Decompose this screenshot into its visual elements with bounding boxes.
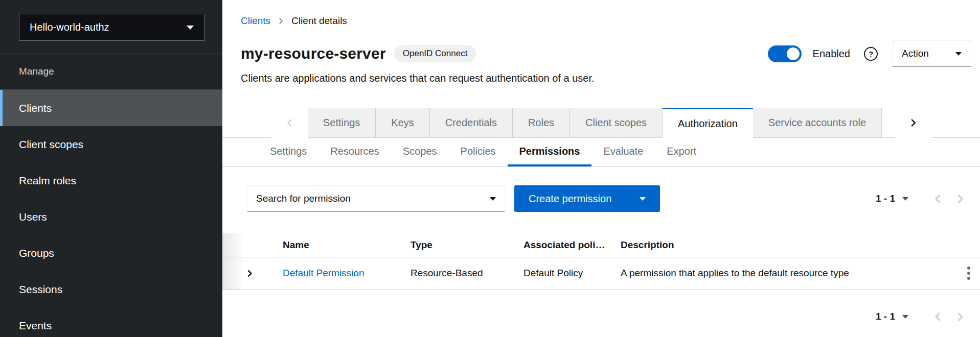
breadcrumb-separator-icon <box>278 18 284 25</box>
sidebar-item-users[interactable]: Users <box>0 199 222 235</box>
toggle-knob <box>787 47 800 60</box>
previous-page-button[interactable] <box>926 305 949 328</box>
sidebar-item-client-scopes[interactable]: Client scopes <box>0 126 222 162</box>
realm-name: Hello-world-authz <box>30 21 109 33</box>
tabs-scroll-right-button[interactable] <box>895 108 931 138</box>
tab-roles[interactable]: Roles <box>513 108 570 138</box>
pagination-menu-toggle[interactable]: 1 - 1 <box>876 311 908 322</box>
search-permission-dropdown[interactable]: Search for permission <box>247 185 505 212</box>
pagination-bottom: 1 - 1 <box>876 305 971 328</box>
subtab-list: SettingsResourcesScopesPoliciesPermissio… <box>258 138 708 166</box>
subtab-scopes[interactable]: Scopes <box>391 138 449 166</box>
create-permission-label: Create permission <box>529 193 611 205</box>
authorization-subtabs: SettingsResourcesScopesPoliciesPermissio… <box>222 138 980 167</box>
main-content: Clients Client details my-resource-serve… <box>222 0 980 337</box>
next-page-button[interactable] <box>949 187 971 210</box>
nav-section-manage: Manage <box>0 54 222 90</box>
kebab-menu-icon[interactable] <box>965 263 972 283</box>
expand-row-button[interactable] <box>246 270 254 277</box>
permissions-toolbar: Search for permission Create permission … <box>222 185 980 212</box>
permission-name-link[interactable]: Default Permission <box>283 268 364 278</box>
chevron-down-icon <box>902 197 908 201</box>
subtab-evaluate[interactable]: Evaluate <box>591 138 655 166</box>
help-icon[interactable]: ? <box>864 47 878 61</box>
tab-credentials[interactable]: Credentials <box>430 108 513 138</box>
table-header-row: Name Type Associated poli… Description <box>222 233 980 257</box>
pagination-range: 1 - 1 <box>876 311 895 322</box>
page-title: my-resource-server <box>241 45 386 62</box>
chevron-down-icon <box>955 52 962 56</box>
tab-authorization[interactable]: Authorization <box>663 108 753 138</box>
breadcrumb: Clients Client details <box>222 0 980 27</box>
action-dropdown[interactable]: Action <box>892 40 971 67</box>
next-page-button[interactable] <box>949 305 971 328</box>
protocol-badge: OpenID Connect <box>394 45 476 62</box>
column-header-type: Type <box>399 239 512 251</box>
create-permission-button[interactable]: Create permission <box>514 185 660 212</box>
subtab-export[interactable]: Export <box>655 138 708 166</box>
tabs-scroll-left-button[interactable] <box>271 108 308 138</box>
sidebar-item-groups[interactable]: Groups <box>0 235 222 271</box>
tab-client-scopes[interactable]: Client scopes <box>570 108 663 138</box>
chevron-down-icon <box>490 197 496 201</box>
pagination-top: 1 - 1 <box>876 187 971 210</box>
subtab-policies[interactable]: Policies <box>449 138 508 166</box>
pagination-menu-toggle[interactable]: 1 - 1 <box>876 193 908 204</box>
table-body: Default PermissionResource-BasedDefault … <box>222 257 980 290</box>
chevron-down-icon <box>902 315 908 319</box>
sidebar-item-sessions[interactable]: Sessions <box>0 271 222 307</box>
realm-selector[interactable]: Hello-world-authz <box>19 14 204 41</box>
search-permission-label: Search for permission <box>256 193 351 204</box>
header-controls: Enabled ? Action <box>768 40 971 67</box>
tab-service-accounts-role[interactable]: Service accounts role <box>753 108 882 138</box>
client-tabs: SettingsKeysCredentialsRolesClient scope… <box>222 108 980 138</box>
subtab-resources[interactable]: Resources <box>318 138 391 166</box>
sidebar-nav: ClientsClient scopesRealm rolesUsersGrou… <box>0 90 222 337</box>
sidebar-item-clients[interactable]: Clients <box>0 90 222 126</box>
permissions-table: Name Type Associated poli… Description D… <box>222 233 980 290</box>
chevron-down-icon <box>187 26 194 30</box>
column-header-name: Name <box>271 239 399 251</box>
breadcrumb-current: Client details <box>291 15 347 27</box>
pagination-range: 1 - 1 <box>876 193 895 204</box>
column-header-description: Description <box>609 239 946 251</box>
chevron-down-icon <box>640 197 646 201</box>
app-root: Hello-world-authz Manage ClientsClient s… <box>0 0 980 337</box>
enabled-label: Enabled <box>813 48 850 60</box>
subtab-permissions[interactable]: Permissions <box>508 138 592 166</box>
column-header-associated-policies: Associated poli… <box>512 239 609 251</box>
permission-associated-policies: Default Policy <box>512 268 609 279</box>
page-header: my-resource-server OpenID Connect Enable… <box>241 40 971 67</box>
tab-keys[interactable]: Keys <box>376 108 429 138</box>
sidebar-item-events[interactable]: Events <box>0 307 222 337</box>
previous-page-button[interactable] <box>926 187 949 210</box>
permission-type: Resource-Based <box>399 268 512 279</box>
permission-description: A permission that applies to the default… <box>609 268 946 279</box>
action-dropdown-label: Action <box>902 48 929 59</box>
sidebar: Hello-world-authz Manage ClientsClient s… <box>0 0 222 337</box>
tab-list: SettingsKeysCredentialsRolesClient scope… <box>308 108 882 138</box>
enabled-toggle[interactable] <box>768 45 802 62</box>
client-description: Clients are applications and services th… <box>241 73 968 84</box>
sidebar-item-realm-roles[interactable]: Realm roles <box>0 162 222 199</box>
tab-settings[interactable]: Settings <box>308 108 376 138</box>
subtab-settings[interactable]: Settings <box>258 138 318 166</box>
table-row: Default PermissionResource-BasedDefault … <box>222 257 980 290</box>
breadcrumb-clients-link[interactable]: Clients <box>241 15 270 27</box>
